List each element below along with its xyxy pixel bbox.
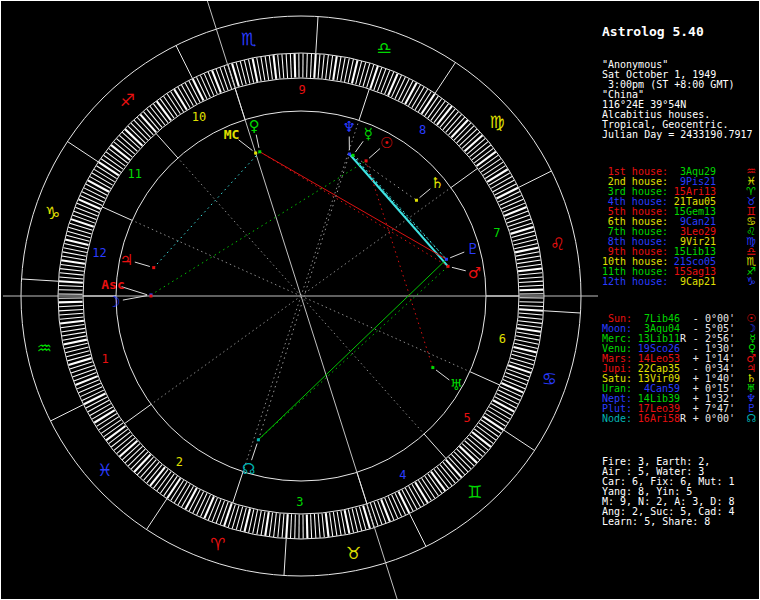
degree-tick xyxy=(79,383,101,393)
degree-tick xyxy=(60,317,84,319)
degree-tick xyxy=(322,55,324,79)
degree-tick xyxy=(220,502,228,525)
degree-tick xyxy=(519,281,543,282)
degree-tick xyxy=(519,309,543,310)
element-stats: Fire: 3, Earth: 2,Air : 5, Water: 3Car: … xyxy=(602,457,758,527)
sign-glyph-virgo: ♍ xyxy=(490,112,505,132)
sign-glyph-taurus: ♉ xyxy=(346,543,361,563)
degree-tick xyxy=(374,67,382,90)
degree-tick xyxy=(507,369,530,377)
house-number-8: 8 xyxy=(419,123,426,137)
degree-tick xyxy=(329,56,332,80)
sign-glyph-cancer: ♋ xyxy=(542,369,557,389)
position-dot-venus xyxy=(258,150,261,153)
aspect-line-sun-uranus xyxy=(366,161,433,368)
degree-tick xyxy=(344,58,349,82)
degree-tick xyxy=(282,514,284,538)
degree-tick xyxy=(204,496,214,518)
header-line: Julian Day = 2433190.7917 xyxy=(602,130,758,140)
degree-tick xyxy=(60,269,84,272)
planet-position-value: 16Ari58 xyxy=(632,414,680,424)
degree-tick xyxy=(61,328,85,332)
position-dot-mercury xyxy=(352,154,355,157)
house-cusp-spoke xyxy=(301,296,470,372)
degree-tick xyxy=(59,302,83,303)
app-title: Astrolog 5.40 xyxy=(602,24,758,39)
chart-header: "Anonymous"Sat October 1, 1949 3:00pm (S… xyxy=(602,60,758,140)
degree-tick xyxy=(59,281,83,282)
degree-tick xyxy=(62,256,86,260)
degree-tick xyxy=(63,248,87,253)
planet-icon: ☊ xyxy=(746,414,756,424)
planet-velocity: + 0°00' xyxy=(687,414,735,424)
pointer-line-saturn xyxy=(420,189,431,198)
degree-tick xyxy=(265,512,269,536)
degree-tick xyxy=(498,390,520,400)
aspect-line-node-mars xyxy=(258,266,448,439)
degree-tick xyxy=(84,394,105,405)
house-cusp-spoke xyxy=(243,296,301,472)
degree-tick xyxy=(273,55,276,79)
house-number-3: 3 xyxy=(296,495,303,509)
position-dot-sun xyxy=(365,159,368,162)
degree-tick xyxy=(330,513,333,537)
degree-tick xyxy=(504,207,526,216)
house-cusp-segment xyxy=(102,207,132,220)
degree-tick xyxy=(253,58,258,82)
degree-tick xyxy=(318,514,320,538)
degree-tick xyxy=(193,79,204,100)
degree-tick xyxy=(60,273,84,275)
house-number-6: 6 xyxy=(499,332,506,346)
degree-tick xyxy=(398,79,409,100)
house-cusp-value: 9Cap21 xyxy=(668,277,716,287)
position-dot-pluto xyxy=(445,258,448,261)
degree-tick xyxy=(497,393,518,404)
planet-position-list: Sun:7Lib46- 0°00'☉Moon:3Aqu04- 5°05'☽Mer… xyxy=(602,314,758,424)
degree-tick xyxy=(60,321,84,324)
degree-tick xyxy=(59,285,83,286)
degree-tick xyxy=(200,75,210,97)
pointer-line-asc xyxy=(122,287,148,295)
degree-tick xyxy=(80,387,102,397)
position-dot-jupiter xyxy=(152,266,155,269)
aspect-line-venus-pluto xyxy=(260,152,447,260)
position-dot-saturn xyxy=(415,199,418,202)
sign-boundary xyxy=(284,539,286,576)
position-dot-asc xyxy=(150,295,153,298)
planet-glyph-sun: ☉ xyxy=(380,134,393,152)
planet-row: Node:16Ari58R+ 0°00'☊ xyxy=(602,414,758,424)
degree-tick xyxy=(506,372,528,380)
degree-tick xyxy=(517,332,541,336)
degree-tick xyxy=(295,514,296,538)
house-cusp-segment xyxy=(124,404,151,423)
planet-glyph-neptune: ♆ xyxy=(342,118,355,136)
degree-tick xyxy=(286,54,287,78)
degree-tick xyxy=(311,514,312,538)
degree-tick xyxy=(518,321,542,324)
degree-tick xyxy=(61,264,85,267)
planet-glyph-mars: ♂ xyxy=(468,264,481,282)
degree-tick xyxy=(265,56,269,80)
degree-tick xyxy=(518,268,542,271)
degree-tick xyxy=(377,69,385,91)
planet-glyph-mercury: ☿ xyxy=(364,125,373,143)
sign-boundary xyxy=(316,17,318,54)
degree-tick xyxy=(197,493,207,515)
house-number-10: 10 xyxy=(192,110,206,124)
position-dot-uranus xyxy=(431,366,434,369)
pointer-line-mars xyxy=(452,267,466,270)
position-dot-neptune xyxy=(348,153,351,156)
planet-glyph-node: ☊ xyxy=(242,460,255,478)
aspect-line-neptune-mars xyxy=(349,154,448,266)
degree-tick xyxy=(504,376,526,385)
degree-tick xyxy=(75,207,97,216)
house-cusp-spoke xyxy=(151,296,301,404)
pointer-line-jupiter xyxy=(135,262,150,266)
degree-tick xyxy=(326,513,329,537)
degree-tick xyxy=(212,499,221,521)
planet-glyph-uranus: ♅ xyxy=(450,376,463,394)
degree-tick xyxy=(392,495,402,517)
degree-tick xyxy=(519,277,543,279)
degree-tick xyxy=(517,260,541,264)
degree-tick xyxy=(59,309,83,310)
